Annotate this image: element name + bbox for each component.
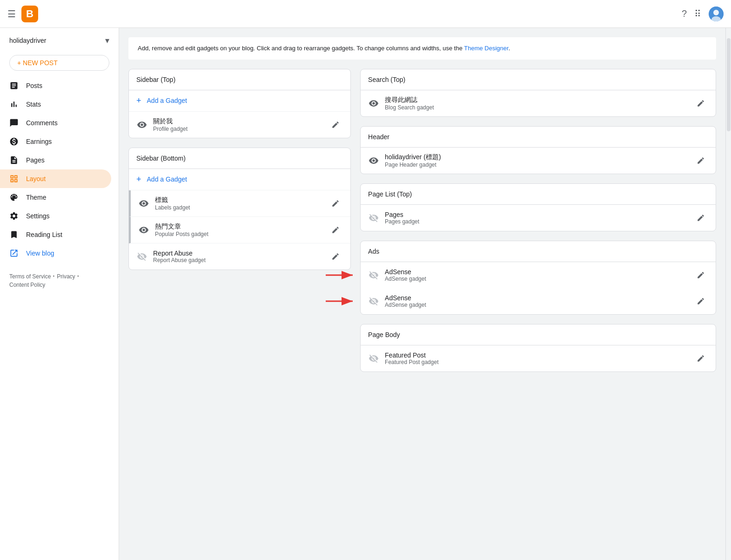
page-body-title: Page Body [361,324,716,345]
gadget-featured-post-name: Featured Post [385,351,688,359]
page-list-top-section: Page List (Top) Pages Pages gadget [360,183,716,231]
gadget-labels-eye-icon[interactable] [138,198,149,209]
add-icon-2: + [136,175,141,184]
sidebar-bottom-title: Sidebar (Bottom) [129,148,350,169]
sidebar-item-comments[interactable]: Comments [0,114,111,132]
gadget-report-abuse-eye-icon[interactable] [136,251,148,262]
sidebar-item-reading-list[interactable]: Reading List [0,225,111,244]
red-arrow-1-svg [326,268,358,282]
main-layout: holidaydriver ▾ + NEW POST Posts Stats C… [0,28,731,560]
page-body-section: Page Body Featured Post Featured Post ga… [360,324,716,372]
scrollbar-track[interactable] [725,28,731,560]
sidebar-item-stats-label: Stats [26,101,41,108]
gadget-profile-name: 關於我 [153,117,322,126]
comments-icon [9,118,19,128]
gadget-labels-edit-icon[interactable] [328,196,343,211]
gadget-blog-search-info: 搜尋此網誌 Blog Search gadget [385,96,688,111]
bottom-spacer [128,372,716,391]
gadget-profile-edit-icon[interactable] [328,117,343,132]
user-avatar[interactable] [709,7,724,21]
gadget-adsense-1: AdSense AdSense gadget [361,262,716,288]
sidebar-item-theme[interactable]: Theme [0,188,111,207]
gadget-adsense-2-eye-icon[interactable] [368,296,379,307]
gadget-page-header-name: holidaydriver (標題) [385,153,688,162]
sidebar-item-stats[interactable]: Stats [0,95,111,114]
gadget-adsense-2-edit-icon[interactable] [693,294,708,309]
blogger-logo-text: B [26,8,34,20]
sidebar-item-posts-label: Posts [26,82,42,89]
gadget-labels: 標籤 Labels gadget [129,190,350,217]
gadget-blog-search-edit-icon[interactable] [693,96,708,111]
hamburger-icon[interactable]: ☰ [7,8,16,20]
sidebar-item-posts[interactable]: Posts [0,76,111,95]
gadget-pages-eye-icon[interactable] [368,212,379,223]
gadget-pages-info: Pages Pages gadget [385,211,688,225]
blog-selector[interactable]: holidaydriver ▾ [0,28,119,53]
sidebar-item-pages[interactable]: Pages [0,151,111,169]
gadget-popular-posts-edit-icon[interactable] [328,223,343,237]
gadget-pages-edit-icon[interactable] [693,210,708,225]
content-policy-link[interactable]: Content Policy [9,282,45,288]
add-gadget-sidebar-top[interactable]: + Add a Gadget [129,90,350,112]
layout-grid: Sidebar (Top) + Add a Gadget 關於我 Profile… [128,69,716,372]
gadget-blog-search-eye-icon[interactable] [368,98,379,109]
settings-icon [9,211,19,221]
theme-designer-link[interactable]: Theme Designer [464,45,508,52]
gadget-labels-info: 標籤 Labels gadget [155,196,322,211]
add-gadget-bottom-label: Add a Gadget [147,175,187,183]
sidebar-item-view-blog-label: View blog [26,250,54,257]
gadget-adsense-1-edit-icon[interactable] [693,268,708,283]
scrollbar-thumb[interactable] [727,38,731,131]
gadget-pages-name: Pages [385,211,688,218]
gadget-popular-eye-icon[interactable] [138,224,149,236]
gadget-page-header-edit-icon[interactable] [693,153,708,168]
gadget-featured-post-eye-icon[interactable] [368,353,379,364]
apps-icon[interactable]: ⠿ [694,8,701,20]
sidebar-item-layout[interactable]: Layout [0,169,111,188]
header-section: Header holidaydriver (標題) Page Header ga… [360,126,716,174]
gadget-report-abuse-info: Report Abuse Report Abuse gadget [153,250,322,263]
gadget-blog-search-type: Blog Search gadget [385,104,688,111]
gadget-labels-type: Labels gadget [155,204,322,211]
gadget-page-header-eye-icon[interactable] [368,155,379,166]
privacy-link[interactable]: Privacy [57,273,75,280]
new-post-button[interactable]: + NEW POST [9,55,109,71]
gadget-page-header-type: Page Header gadget [385,162,688,168]
page-list-top-title: Page List (Top) [361,184,716,205]
gadget-eye-icon[interactable] [136,119,148,130]
gadget-labels-name: 標籤 [155,196,322,204]
sidebar-item-earnings[interactable]: Earnings [0,132,111,151]
help-icon[interactable]: ? [682,8,687,19]
gadget-page-header: holidaydriver (標題) Page Header gadget [361,148,716,174]
content-area: Add, remove and edit gadgets on your blo… [119,28,725,560]
terms-link[interactable]: Terms of Service [9,273,51,280]
gadget-profile-type: Profile gadget [153,126,322,132]
ads-section-title: Ads [361,241,716,262]
content-header-text: Add, remove and edit gadgets on your blo… [138,45,464,52]
gadget-blog-search-name: 搜尋此網誌 [385,96,688,104]
gadget-report-abuse-edit-icon[interactable] [328,249,343,264]
gadget-featured-post-type: Featured Post gadget [385,359,688,365]
sidebar-item-settings[interactable]: Settings [0,207,111,225]
new-post-label: + NEW POST [17,59,58,67]
red-arrow-2-svg [326,294,358,308]
sidebar-item-theme-label: Theme [26,194,47,201]
gadget-featured-post-edit-icon[interactable] [693,351,708,366]
posts-icon [9,81,19,90]
sidebar-item-view-blog[interactable]: View blog [0,244,111,263]
right-column: Search (Top) 搜尋此網誌 Blog Search gadget [360,69,716,372]
gadget-pages-type: Pages gadget [385,218,688,225]
red-arrow-2 [326,294,358,308]
layout-icon [9,174,19,183]
adsense-1-row: AdSense AdSense gadget [361,262,716,288]
gadget-adsense-1-eye-icon[interactable] [368,270,379,281]
theme-icon [9,193,19,202]
add-gadget-sidebar-bottom[interactable]: + Add a Gadget [129,169,350,190]
adsense-2-row: AdSense AdSense gadget [361,288,716,314]
topbar: ☰ B ? ⠿ [0,0,731,28]
red-arrow-1 [326,268,358,282]
gadget-popular-posts-info: 熱門文章 Popular Posts gadget [155,223,322,237]
blogger-logo[interactable]: B [21,6,38,22]
svg-point-1 [713,10,719,15]
gadget-popular-posts-name: 熱門文章 [155,223,322,231]
